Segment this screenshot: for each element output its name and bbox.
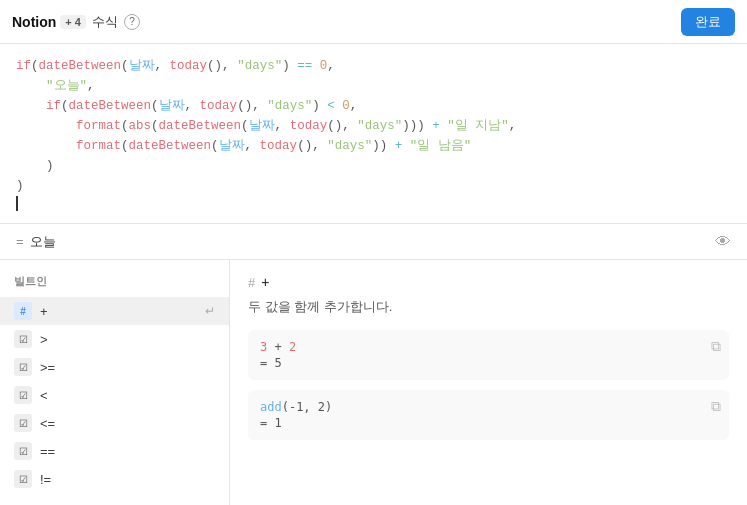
formula-label: 수식 — [92, 13, 118, 31]
sidebar-item-label: >= — [40, 360, 55, 375]
right-panel-heading: + — [261, 274, 269, 290]
example-result-2: = 1 — [260, 416, 717, 430]
sidebar-item-label: == — [40, 444, 55, 459]
right-panel-title: # + — [248, 274, 729, 290]
sidebar-item-gte[interactable]: ☑ >= — [0, 353, 229, 381]
code-line: ) — [16, 176, 731, 196]
example-code-2: add(-1, 2) — [260, 400, 717, 414]
item-icon-hash: # — [14, 302, 32, 320]
code-line: if(dateBetween(날짜, today(), "days") < 0, — [16, 96, 731, 116]
sidebar-item-neq[interactable]: ☑ != — [0, 465, 229, 493]
result-value: 오늘 — [30, 233, 56, 251]
item-icon-checkbox: ☑ — [14, 414, 32, 432]
sidebar-item-add[interactable]: # + ↵ — [0, 297, 229, 325]
help-icon[interactable]: ? — [124, 14, 140, 30]
copy-icon-2[interactable]: ⧉ — [711, 398, 721, 415]
item-icon-checkbox: ☑ — [14, 358, 32, 376]
right-panel-description: 두 값을 함께 추가합니다. — [248, 298, 729, 316]
right-panel: # + 두 값을 함께 추가합니다. 3 + 2 = 5 ⧉ add(-1, 2… — [230, 260, 747, 505]
sidebar-title: 빌트인 — [0, 270, 229, 297]
sidebar-item-label: > — [40, 332, 48, 347]
sidebar-item-gt[interactable]: ☑ > — [0, 325, 229, 353]
text-cursor — [16, 196, 18, 211]
top-bar-left: Notion + 4 수식 ? — [12, 13, 140, 31]
code-line: ) — [16, 156, 731, 176]
eye-icon[interactable]: 👁 — [715, 233, 731, 251]
copy-icon-1[interactable]: ⧉ — [711, 338, 721, 355]
code-line: if(dateBetween(날짜, today(), "days") == 0… — [16, 56, 731, 76]
sidebar-item-label: <= — [40, 416, 55, 431]
code-line: "오늘", — [16, 76, 731, 96]
sidebar-item-label: + — [40, 304, 48, 319]
example-code-1: 3 + 2 — [260, 340, 717, 354]
cursor-line — [16, 196, 731, 211]
code-editor[interactable]: if(dateBetween(날짜, today(), "days") == 0… — [0, 44, 747, 224]
code-line: format(dateBetween(날짜, today(), "days"))… — [16, 136, 731, 156]
top-bar: Notion + 4 수식 ? 완료 — [0, 0, 747, 44]
bottom-panel: 빌트인 # + ↵ ☑ > ☑ >= ☑ < ☑ <= ☑ = — [0, 260, 747, 505]
app-badge: + 4 — [60, 15, 86, 29]
example-block-1: 3 + 2 = 5 ⧉ — [248, 330, 729, 380]
item-icon-checkbox: ☑ — [14, 442, 32, 460]
sidebar-item-eq[interactable]: ☑ == — [0, 437, 229, 465]
sidebar-item-label: != — [40, 472, 51, 487]
result-text: = 오늘 — [16, 233, 56, 251]
example-block-2: add(-1, 2) = 1 ⧉ — [248, 390, 729, 440]
enter-icon: ↵ — [205, 304, 215, 318]
title-hash-icon: # — [248, 275, 255, 290]
sidebar-item-lt[interactable]: ☑ < — [0, 381, 229, 409]
item-icon-checkbox: ☑ — [14, 330, 32, 348]
item-icon-checkbox: ☑ — [14, 470, 32, 488]
sidebar-item-lte[interactable]: ☑ <= — [0, 409, 229, 437]
code-line: format(abs(dateBetween(날짜, today(), "day… — [16, 116, 731, 136]
app-name: Notion — [12, 14, 56, 30]
item-icon-checkbox: ☑ — [14, 386, 32, 404]
sidebar: 빌트인 # + ↵ ☑ > ☑ >= ☑ < ☑ <= ☑ = — [0, 260, 230, 505]
equals-sign: = — [16, 234, 24, 249]
sidebar-item-label: < — [40, 388, 48, 403]
done-button[interactable]: 완료 — [681, 8, 735, 36]
result-bar: = 오늘 👁 — [0, 224, 747, 260]
app-title: Notion + 4 — [12, 14, 86, 30]
example-result-1: = 5 — [260, 356, 717, 370]
